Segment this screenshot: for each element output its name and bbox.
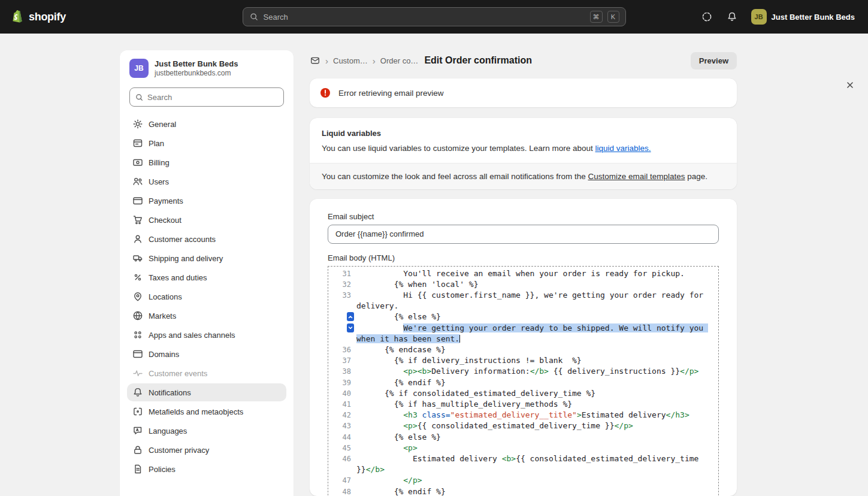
code-line: 45 <p>	[328, 443, 718, 453]
code-text[interactable]: <p><b>Delivery information:</b> {{ deliv…	[356, 366, 707, 377]
email-subject-input[interactable]	[328, 225, 719, 244]
sidebar-item-label: Shipping and delivery	[149, 254, 223, 263]
line-number: 39	[328, 377, 356, 388]
sidebar-search-input[interactable]	[147, 93, 279, 102]
sidebar-item-payments[interactable]: Payments	[127, 192, 286, 210]
code-text[interactable]: <p>	[356, 443, 707, 453]
error-message: Error retrieving email preview	[338, 89, 444, 98]
sidebar-item-label: Domains	[149, 350, 179, 359]
customize-email-templates-link[interactable]: Customize email templates	[588, 172, 685, 181]
code-text[interactable]: {% else %}	[356, 432, 707, 443]
code-text[interactable]: Estimated delivery <b>{{ consolidated_es…	[356, 453, 707, 475]
code-text[interactable]: </p>	[356, 475, 707, 486]
close-icon[interactable]	[843, 78, 857, 92]
sidebar-item-label: Apps and sales channels	[149, 331, 235, 340]
sidebar-item-metafields[interactable]: Metafields and metaobjects	[127, 403, 286, 421]
sidebar-store-domain: justbetterbunkbeds.com	[155, 69, 238, 77]
sidebar-item-events[interactable]: Customer events	[127, 364, 286, 382]
code-text[interactable]: Hi {{ customer.first_name }}, we're gett…	[356, 290, 707, 311]
code-line: 47 </p>	[328, 475, 718, 486]
text-cursor	[459, 335, 460, 343]
domains-icon	[132, 348, 144, 360]
sidebar-item-plan[interactable]: Plan	[127, 134, 286, 152]
plan-icon	[132, 137, 144, 149]
sidebar-item-billing[interactable]: Billing	[127, 153, 286, 171]
sidebar-item-gear[interactable]: General	[127, 115, 286, 133]
events-icon	[132, 367, 144, 379]
store-avatar: JB	[751, 9, 767, 25]
liquid-variables-link[interactable]: liquid variables.	[595, 144, 651, 153]
email-body-label: Email body (HTML)	[328, 253, 719, 262]
store-menu-button[interactable]: JB Just Better Bunk Beds	[748, 7, 858, 27]
code-text[interactable]: <p>{{ consolidated_estimated_delivery_ti…	[356, 421, 707, 431]
code-text[interactable]: {% else %}	[356, 311, 707, 322]
sidebar-item-policies[interactable]: Policies	[127, 460, 286, 478]
line-number: 43	[328, 421, 356, 431]
code-text[interactable]: {% endcase %}	[356, 344, 707, 355]
search-icon	[135, 93, 144, 102]
liquid-variables-title: Liquid variables	[322, 129, 725, 138]
apps-icon	[132, 329, 144, 341]
code-text[interactable]: {% if consolidated_estimated_delivery_ti…	[356, 388, 707, 399]
avatar: JB	[129, 59, 149, 78]
sidebar-item-languages[interactable]: Languages	[127, 422, 286, 440]
code-text[interactable]: {% endif %}	[356, 377, 707, 388]
privacy-icon	[132, 444, 144, 456]
sidebar-item-truck[interactable]: Shipping and delivery	[127, 249, 286, 267]
preview-button[interactable]: Preview	[691, 52, 737, 69]
liquid-variables-text: You can use liquid variables to customiz…	[322, 144, 595, 153]
sidebar-item-domains[interactable]: Domains	[127, 345, 286, 363]
sidebar-item-label: Customer privacy	[149, 446, 209, 455]
code-line: 33 Hi {{ customer.first_name }}, we're g…	[328, 290, 718, 311]
sidebar-item-person[interactable]: Customer accounts	[127, 230, 286, 248]
sidebar-search[interactable]	[129, 87, 284, 107]
code-line: We're getting your order ready to be shi…	[328, 323, 718, 344]
selection-handle-up[interactable]	[328, 311, 356, 321]
code-text[interactable]: {% endif %}	[356, 486, 707, 496]
email-body-editor[interactable]: 31 You'll receive an email when your ord…	[328, 266, 719, 496]
languages-icon	[132, 425, 144, 437]
sidebar-store-header[interactable]: JB Just Better Bunk Beds justbetterbunkb…	[120, 50, 294, 83]
notifications-bell-icon[interactable]	[722, 7, 742, 26]
shopify-logo[interactable]: shopify	[10, 9, 66, 25]
global-search-bar[interactable]: Search ⌘ K	[243, 7, 626, 26]
selection-handle-down[interactable]	[328, 323, 356, 332]
sidebar-item-label: Checkout	[149, 216, 182, 225]
code-line: 41 {% if has_multiple_delivery_methods %…	[328, 399, 718, 410]
line-number: 44	[328, 432, 356, 443]
code-text[interactable]: {% if has_multiple_delivery_methods %}	[356, 399, 707, 410]
code-line: 38 <p><b>Delivery information:</b> {{ de…	[328, 366, 718, 377]
settings-sidebar: JB Just Better Bunk Beds justbetterbunkb…	[120, 50, 294, 496]
sidebar-item-apps[interactable]: Apps and sales channels	[127, 326, 286, 344]
sidebar-item-label: Users	[149, 177, 169, 186]
sidebar-item-checkout[interactable]: Checkout	[127, 211, 286, 229]
code-text[interactable]: {% when 'local' %}	[356, 279, 707, 290]
person-icon	[132, 233, 144, 245]
code-text[interactable]: {% if delivery_instructions != blank %}	[356, 355, 707, 366]
code-text[interactable]: <h3 class="estimated_delivery__title">Es…	[356, 410, 707, 421]
main-panel: › Custom… › Order co… Edit Order confirm…	[310, 50, 737, 496]
liquid-variables-section: Liquid variables You can use liquid vari…	[310, 118, 737, 163]
code-lines: 31 You'll receive an email when your ord…	[328, 268, 718, 496]
sidebar-item-users[interactable]: Users	[127, 173, 286, 190]
line-number: 42	[328, 410, 356, 421]
sidebar-item-label: Customer events	[149, 369, 207, 378]
gear-icon	[132, 118, 144, 130]
code-text[interactable]: We're getting your order ready to be shi…	[356, 323, 707, 344]
sidebar-item-privacy[interactable]: Customer privacy	[127, 441, 286, 459]
sidebar-item-bell[interactable]: Notifications	[127, 383, 286, 401]
code-line: 32 {% when 'local' %}	[328, 279, 718, 290]
apps-icon[interactable]	[697, 7, 716, 26]
sidebar-item-tax[interactable]: Taxes and duties	[127, 268, 286, 286]
line-number: 40	[328, 388, 356, 399]
sidebar-item-location[interactable]: Locations	[127, 288, 286, 306]
sidebar-item-markets[interactable]: Markets	[127, 307, 286, 325]
breadcrumb-order-confirmation[interactable]: Order co…	[380, 56, 419, 65]
code-text[interactable]: You'll receive an email when your order …	[356, 268, 707, 279]
email-subject-label: Email subject	[328, 212, 719, 221]
code-line: {% else %}	[328, 311, 718, 322]
breadcrumb-customer-notifications[interactable]: Custom…	[333, 56, 368, 65]
error-banner: Error retrieving email preview	[310, 78, 737, 107]
sidebar-item-label: Plan	[149, 139, 164, 148]
payments-icon	[132, 195, 144, 207]
